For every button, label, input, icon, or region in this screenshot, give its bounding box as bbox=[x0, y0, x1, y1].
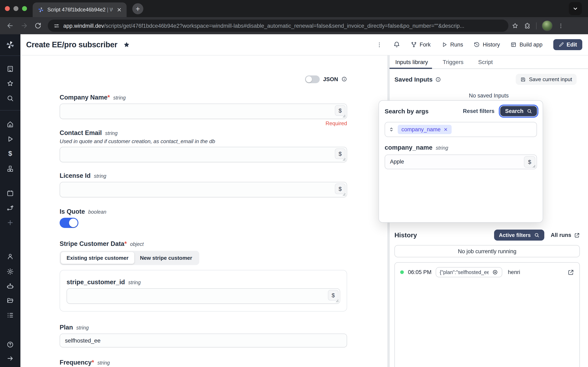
external-link-icon[interactable] bbox=[568, 269, 574, 275]
macos-minimize-button[interactable] bbox=[13, 6, 18, 11]
help-question-icon[interactable] bbox=[7, 341, 14, 348]
back-icon[interactable] bbox=[7, 22, 14, 29]
build-app-button[interactable]: Build app bbox=[510, 42, 543, 48]
company-name-label: Company Name* string bbox=[60, 94, 347, 101]
close-icon[interactable] bbox=[443, 127, 448, 132]
forward-icon[interactable] bbox=[20, 22, 28, 29]
users-person-icon[interactable] bbox=[7, 253, 14, 260]
url-bar[interactable]: app.windmill.dev/scripts/get/476f1bdce46… bbox=[48, 20, 508, 32]
variable-picker-button[interactable]: $ bbox=[335, 105, 346, 116]
profile-avatar[interactable] bbox=[542, 20, 553, 31]
folders-icon[interactable] bbox=[7, 297, 14, 304]
resize-grip-icon[interactable] bbox=[343, 158, 346, 161]
variable-picker-button[interactable]: $ bbox=[335, 149, 346, 159]
history-button[interactable]: History bbox=[474, 42, 500, 48]
active-filters-button[interactable]: Active filters bbox=[494, 230, 544, 241]
clock-history-icon bbox=[474, 42, 480, 48]
required-error: Required bbox=[325, 120, 347, 127]
tab-search-chevron-button[interactable] bbox=[569, 2, 582, 15]
run-user: henri bbox=[508, 269, 520, 275]
runs-button[interactable]: Runs bbox=[441, 42, 463, 48]
external-link-icon bbox=[574, 232, 580, 238]
resize-grip-icon[interactable] bbox=[343, 193, 346, 196]
run-args-pill[interactable]: {"plan":"selfhosted_ee",... bbox=[436, 267, 502, 277]
tab-existing-stripe-customer[interactable]: Existing stripe customer bbox=[61, 252, 134, 264]
popover-field-label: company_name string bbox=[385, 144, 537, 151]
frequency-label: Frequency* string bbox=[60, 359, 347, 366]
browser-menu-kebab-icon[interactable] bbox=[558, 23, 564, 29]
eye-icon[interactable] bbox=[492, 269, 498, 275]
json-toggle[interactable] bbox=[305, 75, 320, 83]
save-current-input-button[interactable]: Save current input bbox=[516, 74, 577, 85]
is-quote-toggle[interactable] bbox=[60, 218, 78, 228]
audit-logs-list-icon[interactable] bbox=[7, 312, 14, 319]
workers-robot-icon[interactable] bbox=[7, 283, 14, 290]
site-controls-icon[interactable] bbox=[53, 23, 60, 29]
variable-picker-button[interactable]: $ bbox=[335, 184, 346, 194]
tab-close-icon[interactable] bbox=[116, 7, 122, 13]
contact-email-input[interactable]: $ bbox=[60, 147, 347, 162]
browser-tab[interactable]: Script 476f1bdce46b94e2 | W bbox=[33, 2, 127, 17]
run-status-dot bbox=[400, 270, 404, 274]
expand-sidebar-arrow-icon[interactable] bbox=[7, 355, 14, 362]
reload-icon[interactable] bbox=[34, 22, 42, 29]
workspace-building-icon[interactable] bbox=[7, 65, 14, 73]
macos-close-button[interactable] bbox=[5, 6, 10, 11]
tab-title: Script 476f1bdce46b94e2 | W bbox=[47, 7, 113, 13]
edit-button[interactable]: Edit bbox=[553, 39, 582, 50]
script-form: JSON Company Name* string $ bbox=[20, 55, 388, 367]
chevrons-up-down-icon[interactable] bbox=[388, 126, 394, 133]
tab-inputs-library[interactable]: Inputs library bbox=[395, 55, 428, 68]
info-icon[interactable] bbox=[435, 76, 441, 82]
resize-grip-icon[interactable] bbox=[343, 115, 346, 118]
more-options-kebab-icon[interactable] bbox=[376, 42, 382, 48]
company-name-filter-input[interactable]: Apple $ bbox=[385, 155, 537, 169]
favorites-star-icon[interactable] bbox=[7, 80, 14, 87]
billing-dollar-icon[interactable]: $ bbox=[7, 150, 14, 157]
search-icon bbox=[534, 233, 539, 238]
notifications-bell-icon[interactable] bbox=[393, 41, 400, 48]
new-tab-button[interactable]: + bbox=[132, 3, 143, 14]
search-icon bbox=[527, 108, 532, 114]
bookmark-star-icon[interactable] bbox=[512, 22, 519, 29]
license-id-input[interactable]: $ bbox=[60, 182, 347, 197]
fork-button[interactable]: Fork bbox=[411, 42, 431, 48]
reset-filters-link[interactable]: Reset filters bbox=[463, 108, 494, 114]
save-floppy-icon bbox=[520, 76, 526, 82]
plan-input[interactable]: selfhosted_ee bbox=[60, 334, 347, 347]
extensions-puzzle-icon[interactable] bbox=[524, 22, 531, 29]
search-button[interactable]: Search bbox=[500, 106, 537, 116]
page-title: Create EE/pro subscriber bbox=[26, 40, 117, 49]
resources-cubes-icon[interactable] bbox=[7, 165, 14, 173]
info-icon[interactable] bbox=[341, 76, 347, 82]
run-row[interactable]: 06:05 PM {"plan":"selfhosted_ee",... hen… bbox=[400, 267, 574, 277]
routes-icon[interactable] bbox=[7, 204, 14, 212]
variable-picker-button[interactable]: $ bbox=[328, 290, 338, 300]
pencil-icon bbox=[558, 42, 564, 47]
no-saved-inputs-text: No saved Inputs bbox=[389, 92, 588, 99]
tab-new-stripe-customer[interactable]: New stripe customer bbox=[134, 252, 198, 264]
app-sidebar: $ bbox=[0, 34, 20, 367]
schedules-calendar-icon[interactable] bbox=[7, 190, 14, 197]
macos-maximize-button[interactable] bbox=[22, 6, 27, 11]
runs-play-icon[interactable] bbox=[7, 135, 14, 143]
settings-gear-icon[interactable] bbox=[7, 268, 14, 275]
panel-tabs: Inputs library Triggers Script bbox=[389, 55, 588, 69]
resize-grip-icon[interactable] bbox=[336, 299, 339, 303]
company-name-input[interactable]: $ bbox=[60, 104, 347, 119]
play-icon bbox=[441, 42, 447, 48]
args-filter-input[interactable]: company_name bbox=[385, 122, 537, 137]
add-plus-icon[interactable] bbox=[7, 219, 14, 226]
contact-email-description: Used in quote and if customer creation, … bbox=[60, 138, 347, 144]
all-runs-link[interactable]: All runs bbox=[551, 232, 580, 238]
tab-triggers[interactable]: Triggers bbox=[443, 55, 463, 68]
stripe-customer-id-input[interactable]: $ bbox=[67, 288, 340, 304]
home-icon[interactable] bbox=[7, 121, 14, 128]
resize-grip-icon[interactable] bbox=[532, 165, 536, 168]
saved-inputs-title: Saved Inputs bbox=[394, 76, 441, 83]
tab-script[interactable]: Script bbox=[478, 55, 493, 68]
search-icon[interactable] bbox=[7, 95, 14, 102]
windmill-logo[interactable] bbox=[5, 40, 15, 50]
favorite-star-icon[interactable] bbox=[123, 41, 130, 48]
filter-chip-company-name[interactable]: company_name bbox=[398, 125, 452, 134]
